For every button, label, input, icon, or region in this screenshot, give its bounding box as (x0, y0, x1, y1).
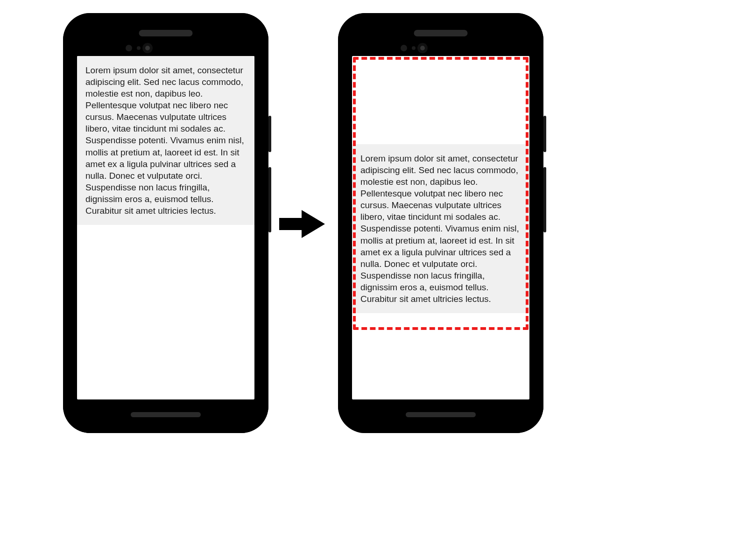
phone-power-button (268, 116, 271, 152)
front-camera-icon (142, 43, 153, 53)
front-camera-icon (417, 43, 428, 53)
sensor-icon (126, 45, 132, 51)
phone-body: Lorem ipsum dolor sit amet, consectetur … (343, 18, 539, 427)
phone-mockup-after: Lorem ipsum dolor sit amet, consectetur … (338, 13, 543, 433)
phone-screen-after: Lorem ipsum dolor sit amet, consectetur … (352, 56, 529, 399)
svg-marker-0 (279, 210, 325, 238)
arrow-right-icon (279, 208, 326, 240)
content-text-block: Lorem ipsum dolor sit amet, consectetur … (77, 56, 254, 225)
phone-body: Lorem ipsum dolor sit amet, consectetur … (68, 18, 264, 427)
phone-volume-button (543, 167, 546, 232)
diagram-canvas: Lorem ipsum dolor sit amet, consectetur … (0, 0, 747, 560)
sensor-icon (137, 46, 141, 50)
earpiece-speaker (414, 30, 468, 36)
content-text-block: Lorem ipsum dolor sit amet, consectetur … (352, 144, 529, 313)
phone-screen-before: Lorem ipsum dolor sit amet, consectetur … (77, 56, 254, 399)
phone-mockup-before: Lorem ipsum dolor sit amet, consectetur … (63, 13, 268, 433)
sensor-icon (412, 46, 416, 50)
earpiece-speaker (139, 30, 193, 36)
bottom-speaker (406, 412, 476, 417)
phone-power-button (543, 116, 546, 152)
sensor-icon (401, 45, 407, 51)
phone-volume-button (268, 167, 271, 232)
bottom-speaker (131, 412, 201, 417)
